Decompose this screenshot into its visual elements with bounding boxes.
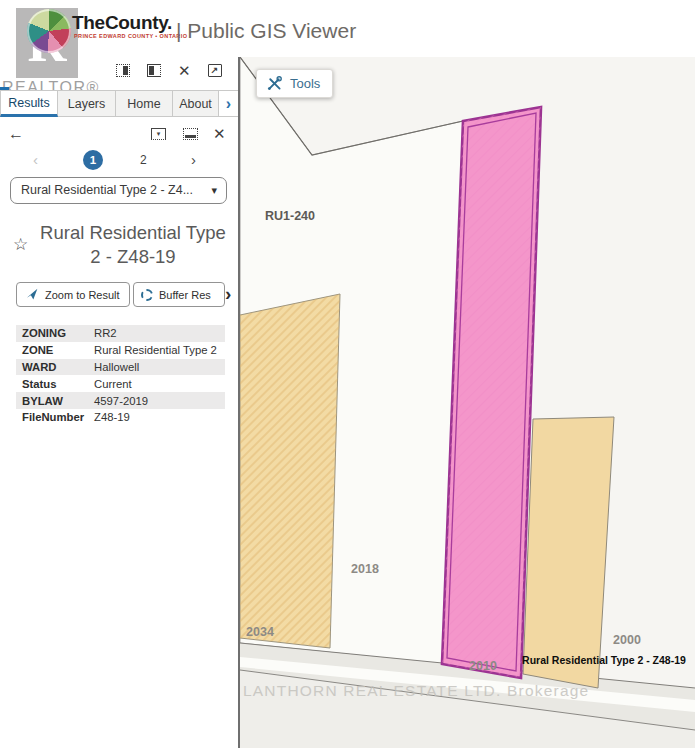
panel-tabs: Results Layers Home About ›	[0, 90, 239, 117]
pagination-prev-icon[interactable]: ‹	[33, 151, 38, 168]
panel-window-controls: ✕ ↗	[116, 60, 222, 80]
gis-viewer-app: R REALTOR® TheCounty. PRINCE EDWARD COUN…	[0, 0, 695, 748]
dock-panel-left-icon[interactable]	[116, 64, 130, 77]
map-label-2000: 2000	[613, 633, 641, 647]
attr-label: WARD	[22, 361, 94, 373]
open-new-window-icon[interactable]: ↗	[208, 64, 222, 77]
tab-about[interactable]: About	[173, 90, 219, 117]
table-row: ZONING RR2	[16, 325, 225, 342]
result-title: Rural Residential Type 2 - Z48-19	[34, 221, 232, 270]
table-row: BYLAW 4597-2019	[16, 392, 225, 409]
buffer-results-label: Buffer Res	[159, 289, 211, 301]
attr-label: ZONING	[22, 327, 94, 339]
map-label-2018: 2018	[351, 562, 379, 576]
pagination-page-2[interactable]: 2	[140, 153, 147, 167]
attr-label: FileNumber	[22, 411, 94, 423]
parcel-zone-tan[interactable]	[523, 417, 614, 688]
attr-value: Rural Residential Type 2	[94, 344, 225, 356]
more-actions-chevron-icon[interactable]: ›	[225, 283, 231, 305]
dock-fill	[149, 66, 154, 75]
map-label-selected-zone: Rural Residential Type 2 - Z48-19	[522, 654, 686, 666]
tools-wrench-icon	[266, 75, 283, 92]
map-canvas[interactable]: RU1-240 2018 2034 2010 2000 Rural Reside…	[240, 57, 695, 748]
attr-label: ZONE	[22, 344, 94, 356]
tabs-overflow-chevron-icon[interactable]: ›	[219, 90, 239, 117]
attr-value: Current	[94, 378, 225, 390]
tab-results[interactable]: Results	[0, 90, 58, 117]
table-row: Status Current	[16, 375, 225, 392]
collapse-results-icon[interactable]: ▾	[151, 128, 166, 140]
brand-tagline: PRINCE EDWARD COUNTY • ONTARIO	[74, 33, 187, 39]
county-logo-icon	[27, 9, 71, 53]
table-row: WARD Hallowell	[16, 359, 225, 376]
table-row: FileNumber Z48-19	[16, 409, 225, 426]
listing-watermark: LANTHORN REAL ESTATE LTD. Brokerage	[243, 682, 589, 699]
parcel-2034-hatch	[240, 294, 340, 648]
dock-panel-right-icon[interactable]	[147, 64, 161, 77]
pagination-page-1[interactable]: 1	[83, 150, 103, 170]
dock-fill	[185, 135, 196, 138]
table-row: ZONE Rural Residential Type 2	[16, 342, 225, 359]
pagination-next-icon[interactable]: ›	[191, 151, 196, 168]
attr-value: 4597-2019	[94, 395, 225, 407]
attr-value: Z48-19	[94, 411, 225, 423]
map-label-2034: 2034	[246, 625, 274, 639]
buffer-results-button[interactable]: Buffer Res	[133, 282, 225, 307]
result-select-dropdown[interactable]: Rural Residential Type 2 - Z4... ▾	[10, 177, 227, 204]
close-results-icon[interactable]: ✕	[213, 125, 226, 143]
map-label-2010: 2010	[469, 659, 497, 673]
attr-value: RR2	[94, 327, 225, 339]
tab-home[interactable]: Home	[116, 90, 173, 117]
attr-label: BYLAW	[22, 395, 94, 407]
chevron-down-icon: ▾	[211, 178, 217, 203]
buffer-circle-icon	[141, 289, 153, 301]
zoom-to-result-label: Zoom to Result	[45, 289, 120, 301]
attr-label: Status	[22, 378, 94, 390]
result-select-value: Rural Residential Type 2 - Z4...	[21, 178, 193, 203]
attr-value: Hallowell	[94, 361, 225, 373]
tab-layers[interactable]: Layers	[58, 90, 116, 117]
tools-button[interactable]: Tools	[256, 69, 333, 98]
close-panel-icon[interactable]: ✕	[178, 63, 191, 78]
brand-title: TheCounty.	[72, 12, 172, 34]
zoom-to-result-icon	[26, 288, 39, 301]
map-label-ru1-240: RU1-240	[265, 209, 315, 223]
attribute-table: ZONING RR2 ZONE Rural Residential Type 2…	[16, 325, 225, 426]
map-svg: RU1-240 2018 2034 2010 2000 Rural Reside…	[240, 57, 695, 748]
tools-button-label: Tools	[290, 76, 320, 91]
expand-results-icon[interactable]	[183, 128, 198, 140]
dock-fill	[123, 66, 128, 75]
favorite-star-icon[interactable]: ☆	[13, 234, 28, 255]
back-arrow-icon[interactable]: ←	[8, 125, 24, 143]
page-title: | Public GIS Viewer	[176, 19, 356, 43]
zoom-to-result-button[interactable]: Zoom to Result	[16, 282, 130, 307]
